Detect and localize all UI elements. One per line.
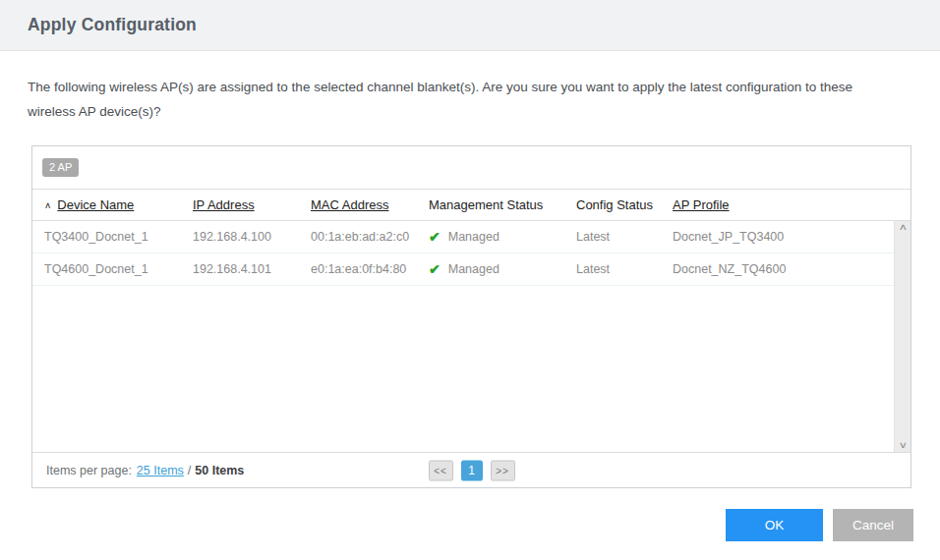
- column-header-config-status: Config Status: [576, 197, 673, 212]
- column-header-label[interactable]: IP Address: [193, 197, 255, 212]
- column-header-label: Config Status: [576, 197, 653, 212]
- cell-config-status: Latest: [576, 230, 673, 244]
- table-toolbar: 2 AP: [32, 146, 911, 190]
- cell-management-status: ✔ Managed: [429, 230, 576, 244]
- cell-mac-address: 00:1a:eb:ad:a2:c0: [311, 230, 429, 244]
- vertical-scrollbar[interactable]: ∧ ∨: [894, 221, 911, 452]
- confirmation-message: The following wireless AP(s) are assigne…: [28, 75, 897, 124]
- column-header-mac-address[interactable]: MAC Address: [311, 197, 429, 212]
- items-per-page-link[interactable]: 25 Items: [137, 464, 184, 477]
- scroll-up-icon[interactable]: ∧: [898, 223, 907, 232]
- pagination-separator: /: [188, 464, 191, 477]
- pagination-bar: Items per page: 25 Items / 50 Items << 1…: [32, 452, 911, 487]
- cell-ip-address: 192.168.4.100: [193, 230, 311, 244]
- sort-asc-icon: ∧: [44, 200, 51, 210]
- column-header-device-name[interactable]: ∧ Device Name: [32, 197, 193, 212]
- cell-mac-address: e0:1a:ea:0f:b4:80: [311, 262, 429, 276]
- column-header-label[interactable]: AP Profile: [673, 197, 730, 212]
- dialog-title-bar: Apply Configuration: [0, 0, 940, 51]
- table-row[interactable]: TQ3400_Docnet_1 192.168.4.100 00:1a:eb:a…: [32, 221, 894, 253]
- cell-ap-profile: Docnet_JP_TQ3400: [673, 230, 894, 244]
- total-items-label: 50 Items: [195, 464, 244, 477]
- dialog-actions: OK Cancel: [726, 509, 913, 541]
- management-status-text: Managed: [448, 230, 499, 244]
- cell-management-status: ✔ Managed: [429, 262, 576, 276]
- table-row[interactable]: TQ4600_Docnet_1 192.168.4.101 e0:1a:ea:0…: [32, 253, 894, 286]
- items-per-page-label: Items per page:: [46, 464, 132, 477]
- prev-page-button[interactable]: <<: [429, 460, 453, 480]
- table-body: TQ3400_Docnet_1 192.168.4.100 00:1a:eb:a…: [32, 221, 911, 452]
- managed-check-icon: ✔: [429, 262, 441, 276]
- column-header-label: Management Status: [429, 197, 543, 212]
- column-header-label[interactable]: Device Name: [57, 197, 134, 212]
- page-title: Apply Configuration: [28, 15, 197, 35]
- cell-config-status: Latest: [576, 262, 673, 276]
- cancel-button[interactable]: Cancel: [833, 509, 913, 541]
- column-header-management-status: Management Status: [429, 197, 576, 212]
- cell-device-name: TQ3400_Docnet_1: [32, 230, 193, 244]
- cell-ap-profile: Docnet_NZ_TQ4600: [673, 262, 894, 276]
- current-page-button[interactable]: 1: [461, 460, 483, 480]
- next-page-button[interactable]: >>: [491, 460, 515, 480]
- column-header-ap-profile[interactable]: AP Profile: [673, 197, 911, 212]
- ap-table-panel: 2 AP ∧ Device Name IP Address MAC Addres…: [31, 145, 911, 488]
- table-rows: TQ3400_Docnet_1 192.168.4.100 00:1a:eb:a…: [32, 221, 894, 286]
- management-status-text: Managed: [448, 262, 499, 276]
- scroll-down-icon[interactable]: ∨: [898, 441, 907, 450]
- pager: << 1 >>: [429, 460, 515, 480]
- table-header-row: ∧ Device Name IP Address MAC Address Man…: [32, 190, 911, 221]
- ok-button[interactable]: OK: [726, 509, 823, 541]
- column-header-label[interactable]: MAC Address: [311, 197, 388, 212]
- cell-device-name: TQ4600_Docnet_1: [32, 262, 193, 276]
- managed-check-icon: ✔: [429, 230, 441, 244]
- cell-ip-address: 192.168.4.101: [193, 262, 311, 276]
- column-header-ip-address[interactable]: IP Address: [193, 197, 311, 212]
- ap-count-badge: 2 AP: [42, 158, 79, 177]
